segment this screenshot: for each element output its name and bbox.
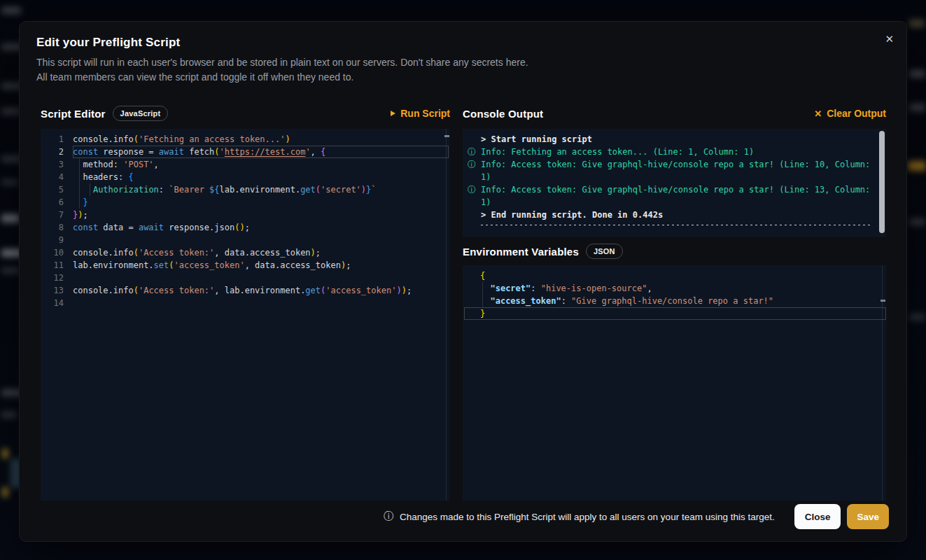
info-circle-icon: ⓘ bbox=[468, 146, 481, 158]
line-number: 1 bbox=[41, 133, 73, 146]
code-text: console.info('Access token:', lab.enviro… bbox=[73, 284, 412, 297]
console-indent bbox=[468, 209, 481, 221]
background-blur-blob bbox=[1, 179, 18, 186]
modal-title: Edit your Preflight Script bbox=[36, 36, 864, 50]
background-blur-blob bbox=[909, 20, 925, 27]
code-text: "access_token": "Give graphql-hive/conso… bbox=[480, 295, 773, 307]
code-text: method: 'POST', bbox=[73, 158, 159, 171]
code-text: headers: { bbox=[73, 171, 134, 183]
clear-output-button[interactable]: ✕ Clear Output bbox=[814, 108, 886, 119]
line-number: 2 bbox=[41, 146, 73, 158]
background-blur-blob bbox=[1, 412, 17, 418]
code-line: 5 Authorization: `Bearer ${lab.environme… bbox=[41, 183, 450, 196]
code-text: const data = await response.json(); bbox=[73, 221, 250, 234]
code-text: { bbox=[480, 270, 485, 282]
code-line: 13console.info('Access token:', lab.envi… bbox=[41, 284, 450, 297]
modal-description-line1: This script will run in each user's brow… bbox=[36, 55, 864, 70]
console-scrollbar[interactable] bbox=[879, 131, 885, 233]
line-number: 11 bbox=[41, 259, 73, 272]
code-text: const response = await fetch('https://te… bbox=[73, 146, 325, 158]
code-line: 8const data = await response.json(); bbox=[41, 221, 450, 234]
code-text: }); bbox=[73, 209, 88, 221]
console-entry-text: Info: Fetching an access token... (Line:… bbox=[481, 146, 876, 158]
code-line: } bbox=[463, 307, 886, 320]
info-circle-icon: ⓘ bbox=[468, 158, 481, 183]
line-number: 10 bbox=[41, 246, 73, 259]
console-entry: ⓘInfo: Access token: Give graphql-hive/c… bbox=[463, 158, 886, 183]
line-number: 12 bbox=[41, 272, 73, 284]
environment-variables-title: Environment Variables bbox=[463, 246, 579, 258]
background-blur-blob bbox=[1, 108, 21, 115]
console-entry: ⓘInfo: Fetching an access token... (Line… bbox=[463, 146, 886, 158]
info-icon: ⓘ bbox=[384, 510, 393, 523]
footer-note: Changes made to this Preflight Script wi… bbox=[400, 512, 775, 522]
console-entry-text: > Start running script bbox=[481, 133, 876, 146]
script-editor-title: Script Editor bbox=[41, 108, 106, 120]
console-separator bbox=[481, 225, 873, 225]
code-line: 3 method: 'POST', bbox=[41, 158, 450, 171]
background-blur-blob bbox=[2, 449, 8, 458]
code-line: 12 bbox=[41, 272, 450, 284]
console-entry-text: > End running script. Done in 0.442s bbox=[481, 209, 876, 221]
line-number: 6 bbox=[41, 196, 73, 209]
code-line: 4 headers: { bbox=[41, 171, 450, 183]
code-line: 6 } bbox=[41, 196, 450, 209]
info-circle-icon: ⓘ bbox=[468, 183, 481, 209]
line-number: 9 bbox=[41, 234, 73, 246]
run-script-button[interactable]: Run Script bbox=[391, 108, 450, 119]
background-blur-blob bbox=[908, 161, 926, 171]
code-text: console.info('Fetching an access token..… bbox=[73, 133, 290, 146]
clear-icon: ✕ bbox=[814, 109, 822, 118]
code-line: 2const response = await fetch('https://t… bbox=[41, 146, 450, 158]
close-icon[interactable]: ✕ bbox=[882, 31, 897, 47]
background-blur-blob bbox=[1, 267, 20, 274]
line-number: 14 bbox=[41, 297, 73, 309]
modal-description-line2: All team members can view the script and… bbox=[36, 70, 864, 85]
console-entry-text: Info: Access token: Give graphql-hive/co… bbox=[481, 158, 876, 183]
code-text: lab.environment.set('access_token', data… bbox=[73, 259, 351, 272]
code-line: "access_token": "Give graphql-hive/conso… bbox=[463, 295, 886, 307]
code-line: { bbox=[463, 270, 886, 282]
background-blur-blob bbox=[909, 70, 925, 78]
background-blur-blob bbox=[909, 314, 925, 321]
env-format-badge: JSON bbox=[586, 244, 623, 259]
environment-variables-editor[interactable]: { "secret": "hive-is-open-source", "acce… bbox=[463, 265, 886, 500]
background-blur-blob bbox=[1, 214, 20, 223]
console-entry: > End running script. Done in 0.442s bbox=[463, 209, 886, 221]
console-entry: ⓘInfo: Access token: Give graphql-hive/c… bbox=[463, 183, 886, 209]
console-output-title: Console Output bbox=[463, 108, 543, 120]
script-editor[interactable]: 1console.info('Fetching an access token.… bbox=[41, 129, 450, 500]
play-icon bbox=[391, 111, 395, 116]
console-entry-text: Info: Access token: Give graphql-hive/co… bbox=[481, 183, 876, 209]
save-button[interactable]: Save bbox=[847, 504, 889, 529]
background-blur-blob bbox=[1, 7, 21, 14]
code-line: 10console.info('Access token:', data.acc… bbox=[41, 246, 450, 259]
modal-header: Edit your Preflight Script This script w… bbox=[20, 22, 906, 85]
line-number: 8 bbox=[41, 221, 73, 234]
background-blur-blob bbox=[909, 104, 925, 111]
code-line: 14 bbox=[41, 297, 450, 309]
background-blur-blob bbox=[2, 487, 8, 497]
line-number: 7 bbox=[41, 209, 73, 221]
code-text: "secret": "hive-is-open-source", bbox=[480, 282, 652, 295]
line-number: 13 bbox=[41, 284, 73, 297]
code-text: } bbox=[73, 196, 88, 209]
code-line: 1console.info('Fetching an access token.… bbox=[41, 133, 450, 146]
background-blur-blob bbox=[909, 218, 925, 225]
code-line: 9 bbox=[41, 234, 450, 246]
code-text: Authorization: `Bearer ${lab.environment… bbox=[73, 183, 377, 196]
preflight-script-modal: ✕ Edit your Preflight Script This script… bbox=[19, 21, 907, 542]
line-number: 5 bbox=[41, 183, 73, 196]
code-line: "secret": "hive-is-open-source", bbox=[463, 282, 886, 295]
code-text: } bbox=[480, 307, 485, 320]
code-text: console.info('Access token:', data.acces… bbox=[73, 246, 321, 259]
console-output[interactable]: > Start running scriptⓘInfo: Fetching an… bbox=[463, 129, 886, 237]
code-line: 7}); bbox=[41, 209, 450, 221]
close-button[interactable]: Close bbox=[794, 504, 841, 529]
console-entry: > Start running script bbox=[463, 133, 886, 146]
script-language-badge: JavaScript bbox=[113, 106, 169, 121]
code-line: 11lab.environment.set('access_token', da… bbox=[41, 259, 450, 272]
console-indent bbox=[468, 133, 481, 146]
line-number: 4 bbox=[41, 171, 73, 183]
line-number: 3 bbox=[41, 158, 73, 171]
